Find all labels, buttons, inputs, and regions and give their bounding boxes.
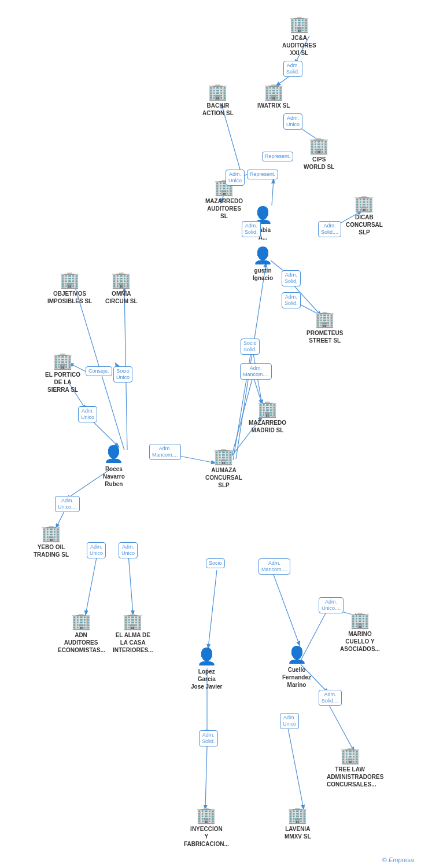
node-cuello: 👤 CuelloFernandezMarino <box>282 645 311 689</box>
badge-consejero[interactable]: Conseje. <box>86 366 112 376</box>
label-tree-law: TREE LAWADMINISTRADORESCONCURSALES... <box>327 766 373 788</box>
label-inyeccion: INYECCIONYFABRICACION... <box>184 825 229 848</box>
svg-line-29 <box>328 703 354 751</box>
node-tree-law: 🏢 TREE LAWADMINISTRADORESCONCURSALES... <box>327 748 373 788</box>
badge-adm-unico-3[interactable]: Adm.Unico <box>78 406 97 422</box>
label-cips: CIPSWORLD SL <box>304 156 334 171</box>
label-prometeus: PROMETEUSSTREET SL <box>306 329 343 344</box>
badge-socio-unico[interactable]: SocioÚnico <box>113 366 132 382</box>
badge-adm-unico-6[interactable]: Adm.Unico <box>119 542 138 558</box>
building-icon-omnia: 🏢 <box>111 272 131 288</box>
node-omnia: 🏢 OMNIACIRCUM SL <box>105 272 138 305</box>
label-cuello: CuelloFernandezMarino <box>282 666 311 689</box>
building-icon-yebo: 🏢 <box>41 525 61 542</box>
label-marino-cuello: MARINOCUELLO YASOCIADOS... <box>340 630 380 653</box>
node-prometeus: 🏢 PROMETEUSSTREET SL <box>306 311 343 344</box>
label-aumaza: AUMAZACONCURSALSLP <box>205 466 242 489</box>
building-icon-el-alma: 🏢 <box>123 613 143 630</box>
svg-line-30 <box>287 725 304 809</box>
label-objetivos: OBJETIVOSIMPOSIBLES SL <box>47 290 92 305</box>
person-icon-lopez: 👤 <box>197 647 217 666</box>
badge-adm-solid-3[interactable]: Adm.Solid.... <box>318 221 341 237</box>
node-aumaza: 🏢 AUMAZACONCURSALSLP <box>205 448 242 489</box>
node-roces: 👤 RocesNavarroRuben <box>103 444 125 488</box>
node-el-alma: 🏢 EL ALMA DELA CASAINTERIORES... <box>113 613 153 654</box>
label-jca: JC&AAUDITORESXXI SL <box>282 34 316 57</box>
building-icon-aumaza: 🏢 <box>213 448 234 465</box>
svg-line-16 <box>91 420 119 447</box>
building-icon-mazarredo-mad: 🏢 <box>257 401 278 417</box>
label-el-portico: EL PORTICODE LASIERRA SL <box>45 371 80 393</box>
building-icon-marino-cuello: 🏢 <box>350 612 370 628</box>
label-yebo: YEBO OILTRADING SL <box>34 543 69 558</box>
node-inyeccion: 🏢 INYECCIONYFABRICACION... <box>184 807 229 848</box>
node-jca: 🏢 JC&AAUDITORESXXI SL <box>282 16 316 57</box>
building-icon-jca: 🏢 <box>289 16 309 32</box>
svg-line-23 <box>128 554 133 615</box>
badge-adm-solid-4[interactable]: Adm.Solid. <box>282 270 301 286</box>
label-omnia: OMNIACIRCUM SL <box>105 290 138 305</box>
person-icon-agustin: 👤 <box>253 246 273 265</box>
node-objetivos: 🏢 OBJETIVOSIMPOSIBLES SL <box>47 272 92 305</box>
svg-line-24 <box>208 570 217 648</box>
label-mazarredo-mad: MAZARREDOMADRID SL <box>249 419 286 434</box>
node-iwatrix: 🏢 IWATRIX SL <box>257 84 290 109</box>
badge-adm-unico-1[interactable]: Adm.Unico <box>283 113 302 130</box>
badge-represent-2[interactable]: Represent. <box>247 170 278 179</box>
node-bachir: 🏢 BACHIRACTION SL <box>202 84 234 117</box>
badge-adm-unico-4[interactable]: Adm.Unico.... <box>55 496 80 512</box>
node-el-portico: 🏢 EL PORTICODE LASIERRA SL <box>45 353 80 393</box>
label-iwatrix: IWATRIX SL <box>257 102 290 109</box>
badge-socio-solid[interactable]: SocioSolid. <box>241 339 260 355</box>
badge-socio[interactable]: Socio <box>206 558 225 568</box>
label-bachir: BACHIRACTION SL <box>202 102 234 117</box>
badge-adm-unico-2[interactable]: Adm.Unico <box>226 170 245 186</box>
node-lopez: 👤 LopezGarciaJose Javier <box>191 647 223 690</box>
badge-adm-mancom-3[interactable]: Adm.Mancom.... <box>258 558 290 575</box>
badge-adm-solid-2[interactable]: Adm.Solid. <box>242 221 261 237</box>
label-lavenia: LAVENIAMMXV SL <box>285 825 311 840</box>
node-agustin: 👤 gustinIgnacio <box>253 246 273 282</box>
badge-adm-mancom-1[interactable]: Adm.Mancom.... <box>240 363 272 380</box>
watermark: © Empresa <box>382 856 414 863</box>
person-icon-roces: 👤 <box>104 444 124 464</box>
node-lavenia: 🏢 LAVENIAMMXV SL <box>285 807 311 840</box>
building-icon-prometeus: 🏢 <box>315 311 335 328</box>
label-mazarredo-aud: MAZARREDOAUDITORESSL <box>205 197 243 220</box>
building-icon-el-portico: 🏢 <box>53 353 73 369</box>
svg-line-3 <box>272 179 274 205</box>
building-icon-cips: 🏢 <box>309 138 329 154</box>
building-icon-inyeccion: 🏢 <box>196 807 216 823</box>
building-icon-dicab: 🏢 <box>354 196 374 212</box>
label-adn: ADNAUDITORESECONOMISTAS... <box>58 631 104 654</box>
badge-adm-mancom-2[interactable]: Adm.Mancom.... <box>149 444 181 460</box>
badge-adm-solid-5[interactable]: Adm.Solid. <box>282 292 301 308</box>
node-dicab: 🏢 DICABCONCURSALSLP <box>346 196 383 236</box>
badge-adm-unico-7[interactable]: Adm.Unico.... <box>319 597 344 613</box>
svg-line-32 <box>205 746 207 809</box>
node-cips: 🏢 CIPSWORLD SL <box>304 138 334 171</box>
building-icon-iwatrix: 🏢 <box>264 84 284 100</box>
node-adn: 🏢 ADNAUDITORESECONOMISTAS... <box>58 613 104 654</box>
node-marino-cuello: 🏢 MARINOCUELLO YASOCIADOS... <box>340 612 380 653</box>
badge-adm-solid-6[interactable]: Adm.Solid.... <box>319 690 342 706</box>
building-icon-tree-law: 🏢 <box>340 748 360 764</box>
label-dicab: DICABCONCURSALSLP <box>346 214 383 236</box>
label-lopez: LopezGarciaJose Javier <box>191 668 223 690</box>
svg-line-22 <box>86 554 97 615</box>
building-icon-lavenia: 🏢 <box>287 807 308 823</box>
building-icon-adn: 🏢 <box>71 613 91 630</box>
node-mazarredo-mad: 🏢 MAZARREDOMADRID SL <box>249 401 286 434</box>
badge-adm-unico-8[interactable]: Adm.Unico <box>280 713 299 729</box>
svg-line-25 <box>272 570 300 645</box>
badge-represent-1[interactable]: Represent. <box>262 152 293 161</box>
badge-adm-unico-5[interactable]: Adm.Unico <box>87 542 106 558</box>
badge-adm-solid-1[interactable]: Adm.Solid. <box>283 61 302 77</box>
node-yebo: 🏢 YEBO OILTRADING SL <box>34 525 69 558</box>
person-icon-cuello: 👤 <box>287 645 307 664</box>
label-agustin: gustinIgnacio <box>253 267 273 282</box>
badge-adm-solid-7[interactable]: Adm.Solid. <box>199 730 218 746</box>
building-icon-bachir: 🏢 <box>208 84 228 100</box>
label-roces: RocesNavarroRuben <box>103 465 125 488</box>
building-icon-objetivos: 🏢 <box>60 272 80 288</box>
